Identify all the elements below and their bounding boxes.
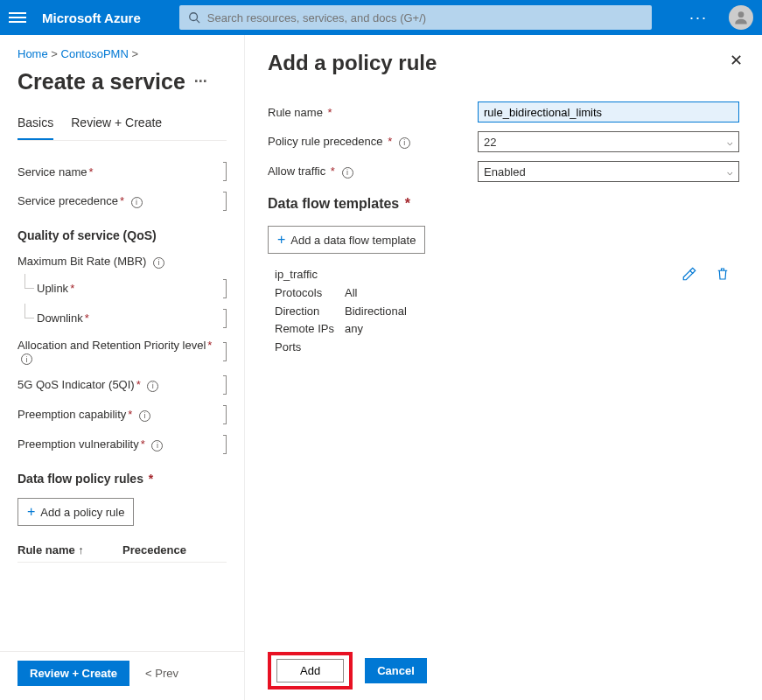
info-icon[interactable]: i [147, 381, 158, 392]
rules-table-header: Rule name ↑ Precedence [17, 543, 227, 563]
precedence-select[interactable]: 22⌵ [478, 131, 739, 152]
panel-footer: Add Cancel [268, 652, 427, 690]
svg-point-0 [190, 13, 198, 21]
col-precedence: Precedence [122, 543, 186, 556]
breadcrumb-parent[interactable]: ContosoPMN [61, 47, 129, 60]
topbar: Microsoft Azure ··· [0, 0, 762, 35]
info-icon[interactable]: i [139, 410, 150, 422]
add-button-highlight: Add [268, 652, 353, 690]
preempt-cap-input[interactable] [223, 405, 227, 424]
col-rule-name: Rule name [17, 543, 75, 556]
label-allow-traffic: Allow traffic [268, 164, 325, 178]
service-precedence-input[interactable] [223, 192, 227, 211]
arp-input[interactable] [223, 342, 227, 361]
info-icon[interactable]: i [153, 257, 164, 269]
qos5g-input[interactable] [223, 375, 227, 395]
blade-footer: Review + Create < Prev [0, 651, 244, 695]
breadcrumb: Home > ContosoPMN > [17, 47, 227, 60]
uplink-input[interactable] [223, 279, 227, 298]
breadcrumb-home[interactable]: Home [17, 47, 48, 60]
info-icon[interactable]: i [131, 197, 143, 208]
label-downlink: Downlink [37, 312, 83, 325]
overflow-icon[interactable]: ··· [689, 9, 708, 27]
review-create-button[interactable]: Review + Create [17, 661, 129, 686]
chevron-down-icon: ⌵ [727, 166, 733, 178]
label-service-precedence: Service precedence [17, 194, 118, 207]
label-uplink: Uplink [37, 282, 68, 295]
template-item: ip_traffic ProtocolsAll DirectionBidirec… [275, 266, 739, 357]
label-rule-name: Rule name [268, 106, 323, 119]
info-icon[interactable]: i [342, 167, 353, 178]
plus-icon: + [277, 232, 285, 248]
search-box[interactable] [179, 5, 652, 30]
add-policy-rule-button[interactable]: +Add a policy rule [17, 498, 134, 526]
plus-icon: + [27, 504, 35, 520]
edit-icon[interactable] [682, 266, 697, 357]
label-mbr: Maximum Bit Rate (MBR) [17, 255, 146, 268]
svg-line-1 [196, 20, 199, 24]
tab-review[interactable]: Review + Create [71, 110, 162, 140]
template-name: ip_traffic [275, 266, 682, 284]
qos-heading: Quality of service (QoS) [17, 228, 227, 242]
menu-icon[interactable] [9, 10, 26, 25]
label-preempt-vul: Preemption vulnerability [17, 438, 139, 451]
service-name-input[interactable] [223, 162, 227, 181]
label-preempt-cap: Preemption capability [17, 408, 126, 421]
close-icon[interactable]: ✕ [730, 51, 743, 70]
search-icon [188, 11, 200, 24]
brand: Microsoft Azure [42, 10, 141, 25]
page-title: Create a service [17, 69, 185, 94]
rules-heading: Data flow policy rules [17, 472, 143, 486]
label-arp: Allocation and Retention Priority level [17, 339, 206, 352]
info-icon[interactable]: i [399, 137, 410, 149]
previous-button[interactable]: < Prev [138, 661, 185, 686]
main-blade: Home > ContosoPMN > Create a service ···… [0, 35, 245, 700]
cancel-button[interactable]: Cancel [365, 658, 427, 683]
allow-traffic-select[interactable]: Enabled⌵ [478, 161, 739, 182]
svg-point-2 [738, 11, 745, 18]
preempt-vul-input[interactable] [223, 435, 227, 454]
avatar[interactable] [729, 5, 753, 30]
delete-icon[interactable] [715, 266, 731, 357]
rule-name-input[interactable] [478, 102, 739, 122]
info-icon[interactable]: i [21, 354, 32, 365]
downlink-input[interactable] [223, 309, 227, 328]
label-rule-precedence: Policy rule precedence [268, 135, 383, 148]
add-template-button[interactable]: +Add a data flow template [268, 226, 425, 254]
info-icon[interactable]: i [151, 440, 163, 452]
tab-basics[interactable]: Basics [17, 110, 53, 140]
panel-title: Add a policy rule [268, 51, 739, 75]
more-icon[interactable]: ··· [194, 73, 207, 91]
templates-heading: Data flow templates [268, 196, 399, 211]
tabs: Basics Review + Create [17, 110, 227, 141]
label-service-name: Service name [17, 165, 87, 178]
label-5qi: 5G QoS Indicator (5QI) [17, 378, 135, 391]
add-button[interactable]: Add [276, 659, 344, 682]
chevron-down-icon: ⌵ [727, 136, 733, 148]
side-panel: ✕ Add a policy rule Rule name * Policy r… [245, 35, 762, 700]
search-input[interactable] [207, 11, 643, 24]
